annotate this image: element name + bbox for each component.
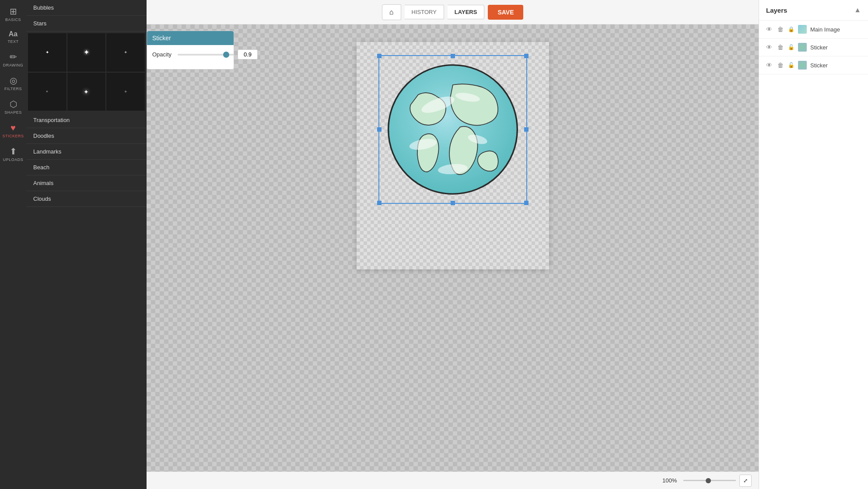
category-animals[interactable]: Animals xyxy=(26,175,147,191)
sticker-prop-title: Sticker xyxy=(147,31,234,45)
text-icon: Aa xyxy=(9,31,18,38)
drawing-icon: ✏ xyxy=(10,52,17,61)
layers-panel: Layers ▲ 👁 🗑 🔒 Main Image 👁 🗑 🔓 Sticker … xyxy=(759,0,868,489)
category-beach[interactable]: Beach xyxy=(26,160,147,175)
sticker-thumb-6[interactable]: ✦ xyxy=(106,73,145,111)
toolbar-text[interactable]: Aa TEXT xyxy=(2,27,24,47)
layers-header: Layers ▲ xyxy=(759,0,868,21)
category-transportation[interactable]: Transportation xyxy=(26,112,147,128)
home-icon: ⌂ xyxy=(389,8,394,16)
category-landmarks[interactable]: Landmarks xyxy=(26,144,147,160)
layer-lock-sticker1[interactable]: 🔓 xyxy=(788,44,794,50)
toolbar-filters[interactable]: ◎ FILTERS xyxy=(2,73,24,94)
filters-icon: ◎ xyxy=(10,76,17,85)
main-area: ⌂ HISTORY LAYERS SAVE xyxy=(147,0,759,489)
toolbar-drawing[interactable]: ✏ DRAWING xyxy=(2,49,24,71)
home-button[interactable]: ⌂ xyxy=(382,4,401,20)
layer-delete-main[interactable]: 🗑 xyxy=(777,25,784,34)
drawing-label: DRAWING xyxy=(3,63,24,67)
zoom-slider[interactable] xyxy=(683,480,736,481)
globe-sticker[interactable] xyxy=(378,55,527,204)
zoom-expand-button[interactable]: ⤢ xyxy=(739,475,752,487)
uploads-icon: ⬆ xyxy=(10,147,17,156)
stickers-panel: Bubbles Stars ✦ ✦ ✦ ✦ ✦ ✦ Transportation… xyxy=(26,0,147,489)
canvas-container[interactable] xyxy=(147,24,759,472)
filters-label: FILTERS xyxy=(4,87,22,91)
layer-item-main-image[interactable]: 👁 🗑 🔒 Main Image xyxy=(759,21,868,38)
sticker-properties-panel: Sticker Opacity 0.9 xyxy=(147,31,234,70)
opacity-label: Opacity xyxy=(152,51,174,58)
toolbar-basics[interactable]: ⊞ BASICS xyxy=(2,3,24,25)
sticker-thumb-3[interactable]: ✦ xyxy=(106,33,145,72)
layer-visibility-eye-main[interactable]: 👁 xyxy=(765,25,773,34)
zoom-bar: 100% ⤢ xyxy=(147,472,759,489)
toolbar-uploads[interactable]: ⬆ UPLOADS xyxy=(2,143,24,165)
layer-item-sticker-2[interactable]: 👁 🗑 🔓 Sticker xyxy=(759,56,868,74)
shapes-label: SHAPES xyxy=(4,110,22,115)
category-doodles[interactable]: Doodles xyxy=(26,128,147,144)
canvas-frame xyxy=(357,42,549,269)
basics-label: BASICS xyxy=(5,17,21,22)
sticker-thumb-2[interactable]: ✦ xyxy=(67,33,106,72)
layer-name-main: Main Image xyxy=(810,26,862,33)
top-bar: ⌂ HISTORY LAYERS SAVE xyxy=(147,0,759,24)
layer-name-sticker2: Sticker xyxy=(810,62,862,69)
layer-item-sticker-1[interactable]: 👁 🗑 🔓 Sticker xyxy=(759,38,868,56)
layers-title: Layers xyxy=(766,7,787,14)
uploads-label: UPLOADS xyxy=(3,157,24,162)
layer-lock-main[interactable]: 🔒 xyxy=(788,26,794,32)
layer-visibility-eye-sticker1[interactable]: 👁 xyxy=(765,43,773,52)
history-button[interactable]: HISTORY xyxy=(405,5,444,19)
layers-button[interactable]: LAYERS xyxy=(448,5,485,19)
layer-thumb-sticker2 xyxy=(798,61,807,70)
layer-delete-sticker2[interactable]: 🗑 xyxy=(777,61,784,70)
category-bubbles[interactable]: Bubbles xyxy=(26,0,147,16)
layer-thumb-sticker1 xyxy=(798,43,807,52)
globe-svg xyxy=(378,55,527,204)
basics-icon: ⊞ xyxy=(10,7,17,16)
stars-sticker-grid: ✦ ✦ ✦ ✦ ✦ ✦ xyxy=(26,31,147,112)
sticker-thumb-5[interactable]: ✦ xyxy=(67,73,106,111)
layer-delete-sticker1[interactable]: 🗑 xyxy=(777,43,784,52)
category-stars[interactable]: Stars xyxy=(26,16,147,31)
opacity-row: Opacity 0.9 xyxy=(147,45,234,64)
save-button[interactable]: SAVE xyxy=(488,5,523,20)
layer-thumb-main xyxy=(798,25,807,34)
sticker-thumb-1[interactable]: ✦ xyxy=(28,33,66,72)
stickers-label: STICKERS xyxy=(3,134,24,138)
layer-lock-sticker2[interactable]: 🔓 xyxy=(788,62,794,68)
expand-icon: ⤢ xyxy=(743,478,748,484)
left-toolbar: ⊞ BASICS Aa TEXT ✏ DRAWING ◎ FILTERS ⬡ S… xyxy=(0,0,26,489)
stickers-icon: ♥ xyxy=(10,123,16,132)
toolbar-stickers[interactable]: ♥ STICKERS xyxy=(2,120,24,142)
opacity-slider[interactable] xyxy=(178,54,234,56)
text-label: TEXT xyxy=(7,39,18,44)
toolbar-shapes[interactable]: ⬡ SHAPES xyxy=(2,96,24,118)
category-clouds[interactable]: Clouds xyxy=(26,191,147,207)
layer-name-sticker1: Sticker xyxy=(810,44,862,51)
layer-visibility-eye-sticker2[interactable]: 👁 xyxy=(765,61,773,70)
sticker-thumb-4[interactable]: ✦ xyxy=(28,73,66,111)
shapes-icon: ⬡ xyxy=(10,100,17,108)
zoom-level: 100% xyxy=(662,477,680,484)
opacity-value-input[interactable]: 0.9 xyxy=(238,49,258,59)
layers-collapse-button[interactable]: ▲ xyxy=(854,6,861,14)
